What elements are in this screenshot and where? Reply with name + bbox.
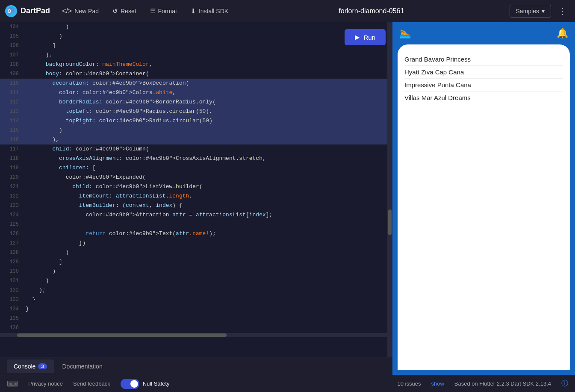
run-label: Run (363, 34, 375, 41)
line-number: 121 (3, 182, 19, 192)
keyboard-icon: ⌨ (7, 379, 18, 389)
chevron-down-icon: ▾ (542, 8, 545, 15)
line-content: ) (26, 32, 62, 41)
code-line: 135 (0, 314, 387, 323)
new-pad-icon: </> (62, 7, 72, 15)
line-content: backgroundColor: mainThemeColor, (26, 60, 152, 69)
main-area: ▶ Run 104 )105 )106 ]107 ),108 backgroun… (0, 22, 575, 375)
line-number: 112 (3, 97, 19, 107)
line-number: 106 (3, 41, 19, 50)
swim-icon: 🏊 (399, 28, 411, 39)
line-content: child: color:#4ec9b0">ListView.builder( (26, 182, 203, 192)
statusbar: ⌨ Privacy notice Send feedback Null Safe… (0, 375, 575, 392)
code-line: 121 child: color:#4ec9b0">ListView.build… (0, 182, 387, 192)
line-number: 128 (3, 248, 19, 257)
line-number: 115 (3, 126, 19, 135)
svg-text:D: D (8, 9, 11, 14)
line-number: 104 (3, 22, 19, 32)
line-content: color:#4ec9b0">Attraction attr = attract… (26, 210, 272, 220)
documentation-label: Documentation (62, 363, 103, 370)
line-number: 125 (3, 220, 19, 229)
code-line: 128 ) (0, 248, 387, 257)
horizontal-scrollbar[interactable] (0, 333, 387, 337)
preview-panel: 🏊 🔔 Grand Bavaro PrincessHyatt Ziva Cap … (392, 22, 575, 375)
privacy-notice-link[interactable]: Privacy notice (28, 380, 63, 387)
line-content: ) (26, 126, 62, 135)
info-icon[interactable]: ⓘ (561, 379, 568, 388)
line-number: 105 (3, 32, 19, 41)
code-scroll-area[interactable]: 104 )105 )106 ]107 ),108 backgroundColor… (0, 22, 387, 357)
phone-content: Grand Bavaro PrincessHyatt Ziva Cap Cana… (398, 44, 570, 370)
code-line: 134} (0, 304, 387, 314)
preview-icons: 🏊 (399, 28, 411, 39)
code-line: 105 ) (0, 32, 387, 41)
bell-icon[interactable]: 🔔 (557, 28, 568, 39)
code-line: 131 ) (0, 276, 387, 286)
play-icon: ▶ (355, 33, 360, 41)
line-number: 134 (3, 304, 19, 314)
tab-documentation[interactable]: Documentation (56, 360, 109, 373)
line-content: body: color:#4ec9b0">Container( (26, 69, 149, 79)
menu-button[interactable]: ⋮ (554, 4, 570, 18)
line-content: ), (26, 135, 59, 144)
format-button[interactable]: ☰ Format (145, 5, 182, 18)
new-pad-button[interactable]: </> New Pad (57, 5, 104, 18)
line-number: 107 (3, 50, 19, 60)
issues-show-link[interactable]: show (431, 380, 444, 387)
line-content: ) (26, 22, 69, 32)
line-content: } (26, 295, 35, 304)
code-line: 125 (0, 220, 387, 229)
hotel-list-item: Hyatt Ziva Cap Cana (404, 66, 563, 79)
hotel-list-item: Villas Mar Azul Dreams (404, 91, 563, 104)
line-content: borderRadius: color:#4ec9b0">BorderRadiu… (26, 97, 216, 107)
vertical-scrollbar[interactable] (387, 22, 392, 357)
line-content: ) (26, 267, 56, 276)
null-safety-toggle: Null Safety (121, 379, 170, 389)
code-panel: ▶ Run 104 )105 )106 ]107 ),108 backgroun… (0, 22, 392, 375)
vscroll-thumb (388, 209, 392, 235)
reset-icon: ↺ (112, 7, 118, 15)
line-content: crossAxisAlignment: color:#4ec9b0">Cross… (26, 154, 266, 163)
line-number: 119 (3, 163, 19, 173)
run-btn-container: ▶ Run (345, 29, 386, 45)
null-safety-track[interactable] (121, 379, 139, 389)
code-line: 118 crossAxisAlignment: color:#4ec9b0">C… (0, 154, 387, 163)
line-number: 131 (3, 276, 19, 286)
code-line: 115 ) (0, 126, 387, 135)
new-pad-label: New Pad (74, 8, 99, 15)
null-safety-thumb (130, 380, 138, 388)
samples-button[interactable]: Samples ▾ (510, 5, 551, 18)
line-number: 127 (3, 239, 19, 248)
reset-button[interactable]: ↺ Reset (107, 5, 142, 18)
phone-frame: Grand Bavaro PrincessHyatt Ziva Cap Cana… (398, 44, 570, 370)
code-editor: 104 )105 )106 ]107 ),108 backgroundColor… (0, 22, 387, 333)
run-button[interactable]: ▶ Run (345, 29, 386, 45)
tab-console[interactable]: Console 3 (7, 360, 54, 373)
vertical-dots-icon: ⋮ (558, 6, 566, 16)
line-content: children: [ (26, 163, 96, 173)
line-content: ] (26, 41, 56, 50)
line-number: 130 (3, 267, 19, 276)
line-number: 129 (3, 257, 19, 267)
line-number: 108 (3, 60, 19, 69)
sdk-info: Based on Flutter 2.2.3 Dart SDK 2.13.4 (454, 380, 551, 387)
line-number: 126 (3, 229, 19, 239)
hotel-list-item: Grand Bavaro Princess (404, 53, 563, 66)
line-number: 109 (3, 69, 19, 79)
send-feedback-link[interactable]: Send feedback (73, 380, 110, 387)
code-line: 127 }) (0, 239, 387, 248)
code-line: 123 itemBuilder: (context, index) { (0, 201, 387, 210)
line-content: topRight: color:#4ec9b0">Radius.circular… (26, 116, 212, 126)
line-content: } (26, 304, 29, 314)
line-content: ) (26, 248, 69, 257)
null-safety-label: Null Safety (143, 380, 170, 387)
install-sdk-button[interactable]: ⬇ Install SDK (186, 5, 233, 18)
line-content: itemBuilder: (context, index) { (26, 201, 183, 210)
code-line: 114 topRight: color:#4ec9b0">Radius.circ… (0, 116, 387, 126)
line-content: topLeft: color:#4ec9b0">Radius.circular(… (26, 107, 212, 116)
line-number: 133 (3, 295, 19, 304)
line-content: color:#4ec9b0">Expanded( (26, 173, 146, 182)
line-number: 114 (3, 116, 19, 126)
line-number: 116 (3, 135, 19, 144)
code-line: 119 children: [ (0, 163, 387, 173)
